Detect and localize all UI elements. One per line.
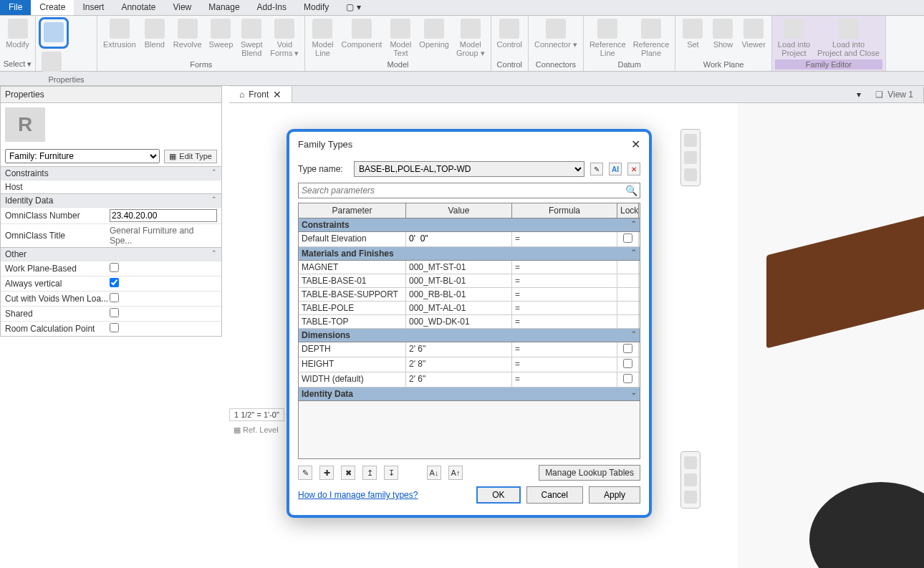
- family-types-button[interactable]: [39, 17, 69, 49]
- ref-line-button[interactable]: Reference Line: [587, 17, 629, 59]
- viewer-button[interactable]: Viewer: [738, 17, 768, 50]
- formula-cell[interactable]: =: [512, 302, 617, 314]
- new-type-icon[interactable]: ✎: [590, 163, 603, 175]
- edit-type-button[interactable]: ▦Edit Type: [164, 150, 217, 163]
- sort-asc-icon[interactable]: A↓: [427, 466, 441, 480]
- lock-default-elevation[interactable]: [623, 234, 632, 243]
- lock-check[interactable]: [623, 359, 632, 368]
- scale-indicator[interactable]: 1 1/2" = 1'-0": [229, 408, 284, 421]
- blend-button[interactable]: Blend: [140, 17, 169, 50]
- param-value[interactable]: 2' 6": [406, 372, 512, 387]
- close-dialog-icon[interactable]: ✕: [631, 138, 640, 151]
- cancel-button[interactable]: Cancel: [526, 486, 583, 504]
- opening-button[interactable]: Opening: [416, 17, 452, 50]
- revolve-button[interactable]: Revolve: [170, 17, 205, 50]
- ref-plane-button[interactable]: Reference Plane: [630, 17, 673, 59]
- param-value[interactable]: 000_WD-DK-01: [406, 315, 512, 328]
- hdr-formula[interactable]: Formula: [512, 203, 617, 218]
- view-tab-front[interactable]: ⌂ Front ✕: [229, 87, 292, 102]
- extrusion-button[interactable]: Extrusion: [100, 17, 139, 50]
- param-value[interactable]: 000_RB-BL-01: [406, 288, 512, 301]
- room-calc-check[interactable]: [110, 323, 119, 332]
- search-parameters-input[interactable]: [298, 183, 640, 198]
- formula-cell[interactable]: =: [512, 288, 617, 301]
- formula-cell[interactable]: =: [512, 372, 617, 387]
- component-button[interactable]: Component: [338, 17, 385, 50]
- move-up-icon[interactable]: ↥: [362, 466, 377, 480]
- wp-based-check[interactable]: [110, 263, 119, 272]
- tab-modify[interactable]: Modify: [295, 0, 337, 15]
- formula-cell[interactable]: =: [512, 357, 617, 372]
- select-group-label[interactable]: Select ▾: [4, 59, 32, 69]
- apply-button[interactable]: Apply: [589, 486, 640, 504]
- sweep-button[interactable]: Sweep: [206, 17, 236, 50]
- tab-extra[interactable]: ▢ ▾: [337, 0, 369, 15]
- tab-manage[interactable]: Manage: [200, 0, 248, 15]
- model-group-button[interactable]: Model Group ▾: [453, 17, 488, 59]
- formula-cell[interactable]: =: [512, 232, 617, 246]
- formula-cell[interactable]: =: [512, 261, 617, 274]
- model-text-button[interactable]: Model Text: [386, 17, 415, 59]
- view-tab-view1[interactable]: ❏ View 1: [865, 87, 924, 102]
- param-value[interactable]: 2' 6": [406, 342, 512, 357]
- section-dimensions-grid[interactable]: Dimensions⌃: [299, 329, 640, 342]
- set-button[interactable]: Set: [678, 17, 707, 50]
- tab-file[interactable]: File: [0, 0, 31, 15]
- tab-view[interactable]: View: [164, 0, 200, 15]
- control-button[interactable]: Control: [494, 17, 525, 50]
- formula-cell[interactable]: =: [512, 342, 617, 357]
- type-name-select[interactable]: BASE-BL,POLE-AL,TOP-WD: [354, 161, 584, 177]
- shared-check[interactable]: [110, 308, 119, 317]
- section-identity-grid[interactable]: Identity Data⌄: [299, 388, 640, 401]
- always-vert-check[interactable]: [110, 278, 119, 287]
- family-selector[interactable]: Family: Furniture: [5, 149, 160, 163]
- section-materials-grid[interactable]: Materials and Finishes⌃: [299, 247, 640, 261]
- nav-controls-front[interactable]: [680, 129, 701, 186]
- tab-insert[interactable]: Insert: [74, 0, 112, 15]
- hdr-value[interactable]: Value: [406, 203, 512, 218]
- cut-voids-check[interactable]: [110, 293, 119, 302]
- search-icon[interactable]: 🔍: [625, 185, 637, 196]
- rename-type-icon[interactable]: AI: [609, 163, 622, 175]
- manage-lookup-button[interactable]: Manage Lookup Tables: [539, 465, 640, 481]
- close-icon[interactable]: ✕: [273, 89, 281, 100]
- ok-button[interactable]: OK: [476, 486, 520, 504]
- param-value[interactable]: 2' 8": [406, 357, 512, 372]
- model-line-button[interactable]: Model Line: [308, 17, 337, 59]
- tab-addins[interactable]: Add-Ins: [249, 0, 295, 15]
- section-other[interactable]: Other⌃: [1, 247, 221, 261]
- swept-blend-button[interactable]: Swept Blend: [237, 17, 266, 59]
- help-link[interactable]: How do I manage family types?: [298, 490, 418, 500]
- param-value[interactable]: 000_MT-ST-01: [406, 261, 512, 274]
- move-down-icon[interactable]: ↧: [384, 466, 398, 480]
- nav-controls-front-2[interactable]: [680, 451, 701, 509]
- delete-param-icon[interactable]: ✖: [341, 466, 355, 480]
- section-constraints[interactable]: Constraints⌃: [1, 166, 221, 180]
- new-param-icon[interactable]: ✚: [319, 466, 334, 480]
- formula-cell[interactable]: =: [512, 274, 617, 287]
- load-project-button[interactable]: Load into Project: [775, 17, 813, 59]
- tab-overflow-icon[interactable]: ▾: [852, 90, 865, 100]
- formula-cell[interactable]: =: [512, 315, 617, 328]
- edit-param-icon[interactable]: ✎: [298, 466, 312, 480]
- load-close-button[interactable]: Load into Project and Close: [814, 17, 882, 59]
- prop-btn-2[interactable]: [39, 50, 64, 74]
- omni-num-input[interactable]: [110, 209, 217, 222]
- lock-check[interactable]: [623, 374, 632, 383]
- tab-create[interactable]: Create: [31, 0, 74, 15]
- param-value[interactable]: 000_MT-AL-01: [406, 302, 512, 314]
- modify-button[interactable]: Modify: [3, 17, 32, 50]
- tab-annotate[interactable]: Annotate: [112, 0, 164, 15]
- section-identity[interactable]: Identity Data⌃: [1, 193, 221, 207]
- section-constraints-grid[interactable]: Constraints⌃: [299, 218, 640, 232]
- void-forms-button[interactable]: Void Forms ▾: [267, 17, 302, 59]
- canvas-3d[interactable]: [738, 103, 924, 568]
- lock-check[interactable]: [623, 344, 632, 353]
- sort-desc-icon[interactable]: A↑: [448, 466, 463, 480]
- delete-type-icon[interactable]: ✕: [627, 163, 640, 175]
- show-button[interactable]: Show: [708, 17, 737, 50]
- hdr-lock[interactable]: Lock: [617, 203, 639, 218]
- connector-button[interactable]: Connector ▾: [531, 17, 580, 51]
- param-value[interactable]: 000_MT-BL-01: [406, 274, 512, 287]
- hdr-parameter[interactable]: Parameter: [299, 203, 406, 218]
